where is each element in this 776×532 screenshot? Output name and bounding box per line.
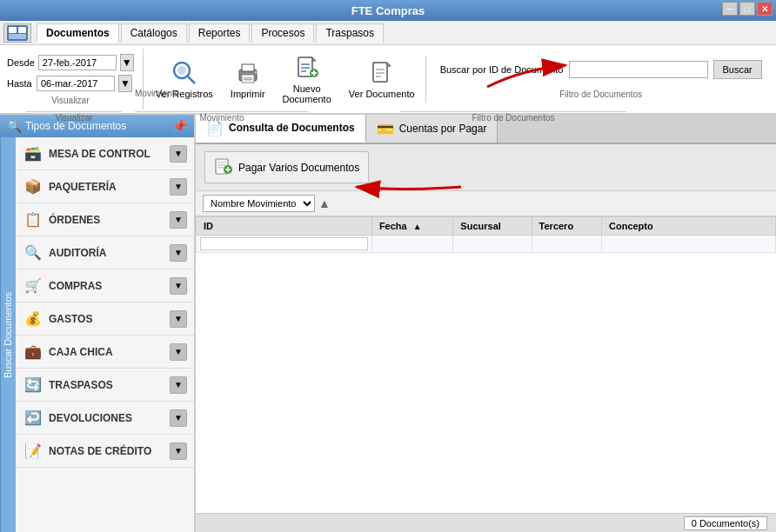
hasta-input[interactable] <box>37 76 115 91</box>
status-text: 0 Documento(s) <box>684 516 767 530</box>
nuevo-documento-button[interactable]: NuevoDocumento <box>278 50 337 108</box>
col-tercero-label: Tercero <box>539 221 574 231</box>
gastos-arrow[interactable]: ▼ <box>170 310 187 328</box>
ordenes-arrow[interactable]: ▼ <box>170 211 187 229</box>
desde-row: Desde ▼ <box>7 54 134 71</box>
notas-credito-label: NOTAS DE CRÉDITO <box>49 445 164 457</box>
buscar-input[interactable] <box>569 61 708 78</box>
maximize-button[interactable]: □ <box>739 2 755 16</box>
desde-input[interactable] <box>38 55 117 70</box>
ver-documento-button[interactable]: Ver Documento <box>344 56 426 103</box>
svg-point-6 <box>177 66 186 75</box>
sidebar-search-icon: 🔍 <box>7 119 22 133</box>
mesa-control-label: MESA DE CONTROL <box>49 148 164 160</box>
notas-credito-arrow[interactable]: ▼ <box>170 442 187 460</box>
paqueteria-arrow[interactable]: ▼ <box>170 178 187 196</box>
movimiento-section-label2: Movimiento <box>135 111 309 123</box>
window-controls[interactable]: ─ □ ✕ <box>722 2 773 16</box>
svg-rect-27 <box>217 162 226 163</box>
svg-line-5 <box>188 76 195 83</box>
compras-label: COMPRAS <box>49 280 164 292</box>
sidebar-item-gastos[interactable]: 💰 GASTOS ▼ <box>16 303 194 336</box>
auditoria-icon: 🔍 <box>23 243 43 263</box>
filter-id[interactable] <box>200 237 368 250</box>
sidebar-item-traspasos[interactable]: 🔄 TRASPASOS ▼ <box>16 369 194 402</box>
buscar-button[interactable]: Buscar <box>713 60 762 79</box>
imprimir-label: Imprimir <box>231 89 265 99</box>
cuentas-tab-icon: 💳 <box>377 121 394 137</box>
svg-rect-28 <box>217 164 226 166</box>
svg-rect-3 <box>9 34 26 39</box>
sidebar-item-mesa-control[interactable]: 🗃️ MESA DE CONTROL ▼ <box>16 137 194 170</box>
caja-chica-arrow[interactable]: ▼ <box>170 343 187 361</box>
filter-row <box>197 236 776 253</box>
desde-dropdown[interactable]: ▼ <box>120 54 134 71</box>
paqueteria-icon: 📦 <box>23 176 43 197</box>
buscar-label: Buscar por ID de Documento <box>440 64 564 75</box>
col-sucursal-label: Sucursal <box>460 221 500 231</box>
ver-documento-icon <box>368 59 396 87</box>
col-tercero[interactable]: Tercero <box>532 217 601 236</box>
gastos-icon: 💰 <box>23 309 43 329</box>
menu-catalogos[interactable]: Catálogos <box>121 23 187 43</box>
btn-panel: Pagar Varios Documentos <box>196 144 776 191</box>
devoluciones-arrow[interactable]: ▼ <box>170 409 187 427</box>
auditoria-arrow[interactable]: ▼ <box>170 244 187 262</box>
menu-bar: Documentos Catálogos Reportes Procesos T… <box>0 21 776 45</box>
col-fecha[interactable]: Fecha ▲ <box>371 217 452 236</box>
svg-rect-2 <box>18 27 26 33</box>
sidebar-vertical-label: Buscar Documentos <box>0 137 16 532</box>
fecha-sort-icon: ▲ <box>413 222 422 231</box>
sidebar-item-caja-chica[interactable]: 💼 CAJA CHICA ▼ <box>16 336 194 369</box>
svg-rect-12 <box>255 71 257 73</box>
sidebar: 🔍 Tipos de Documentos 📌 Buscar Documento… <box>0 115 196 532</box>
sidebar-item-devoluciones[interactable]: ↩️ DEVOLUCIONES ▼ <box>16 402 194 435</box>
sidebar-item-notas-credito[interactable]: 📝 NOTAS DE CRÉDITO ▼ <box>16 435 194 468</box>
sort-arrow-icon: ▲ <box>318 196 331 210</box>
sort-select[interactable]: Nombre Movimiento <box>203 195 315 212</box>
svg-rect-21 <box>373 63 387 82</box>
col-id[interactable]: ID <box>197 217 372 236</box>
compras-arrow[interactable]: ▼ <box>170 277 187 295</box>
close-button[interactable]: ✕ <box>757 2 773 16</box>
toolbar: Desde ▼ Hasta ▼ Visualizar Ver Registros <box>0 45 776 115</box>
svg-rect-8 <box>242 64 254 71</box>
ordenes-label: ÓRDENES <box>49 214 164 226</box>
mesa-control-arrow[interactable]: ▼ <box>170 145 187 163</box>
devoluciones-label: DEVOLUCIONES <box>49 412 164 424</box>
col-concepto-label: Concepto <box>609 221 653 231</box>
filtro-section-label: Filtro de Documentos <box>400 111 626 123</box>
table-wrap: ID Fecha ▲ Sucursal Tercer <box>196 216 776 513</box>
visualizar-label: Visualizar <box>7 96 134 105</box>
traspasos-arrow[interactable]: ▼ <box>170 376 187 394</box>
svg-marker-22 <box>387 63 391 66</box>
imprimir-button[interactable]: Imprimir <box>225 56 271 103</box>
table-toolbar: Nombre Movimiento ▲ <box>196 191 776 216</box>
ver-registros-icon <box>171 59 198 87</box>
table-section: Nombre Movimiento ▲ ID Fecha <box>196 191 776 532</box>
menu-traspasos[interactable]: Traspasos <box>316 23 384 43</box>
col-sucursal[interactable]: Sucursal <box>453 217 532 236</box>
menu-reportes[interactable]: Reportes <box>189 23 251 43</box>
menu-documentos[interactable]: Documentos <box>37 23 119 43</box>
sidebar-item-ordenes[interactable]: 📋 ÓRDENES ▼ <box>16 203 194 236</box>
sidebar-item-auditoria[interactable]: 🔍 AUDITORÍA ▼ <box>16 236 194 269</box>
nuevo-documento-label: NuevoDocumento <box>283 83 331 104</box>
pagar-varios-icon <box>214 156 233 179</box>
col-concepto[interactable]: Concepto <box>602 217 776 236</box>
sidebar-item-compras[interactable]: 🛒 COMPRAS ▼ <box>16 269 194 303</box>
sidebar-item-paqueteria[interactable]: 📦 PAQUETERÍA ▼ <box>16 170 194 203</box>
documents-table: ID Fecha ▲ Sucursal Tercer <box>196 216 776 253</box>
hasta-row: Hasta ▼ <box>7 75 134 92</box>
auditoria-label: AUDITORÍA <box>49 247 164 259</box>
caja-chica-label: CAJA CHICA <box>49 346 164 358</box>
pagar-varios-button[interactable]: Pagar Varios Documentos <box>204 151 369 183</box>
menu-procesos[interactable]: Procesos <box>251 23 314 43</box>
traspasos-label: TRASPASOS <box>49 379 164 391</box>
hasta-dropdown[interactable]: ▼ <box>118 75 132 92</box>
minimize-button[interactable]: ─ <box>722 2 738 16</box>
traspasos-icon: 🔄 <box>23 375 43 396</box>
col-id-label: ID <box>204 221 213 231</box>
status-bar: 0 Documento(s) <box>196 513 776 532</box>
svg-rect-11 <box>244 79 252 81</box>
